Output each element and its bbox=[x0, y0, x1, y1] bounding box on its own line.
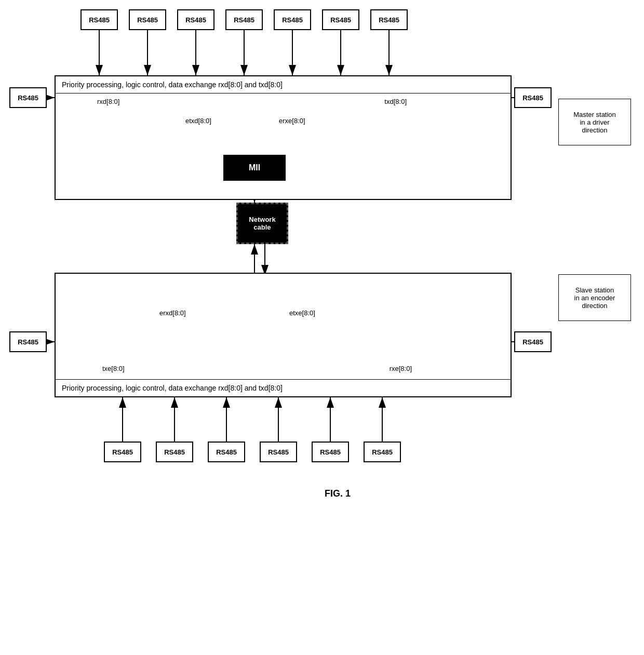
txd-label: txd[8:0] bbox=[384, 98, 407, 105]
left-rs485-top: RS485 bbox=[9, 87, 47, 108]
master-station-label: Master station in a driver direction bbox=[558, 99, 631, 145]
right-rs485-bottom: RS485 bbox=[514, 331, 552, 352]
etxd-label: etxd[8:0] bbox=[185, 117, 211, 125]
bottom-rs485-4: RS485 bbox=[260, 442, 297, 462]
slave-station-label: Slave station in an encoder direction bbox=[558, 274, 631, 321]
top-rs485-7: RS485 bbox=[370, 9, 408, 30]
right-rs485-top: RS485 bbox=[514, 87, 552, 108]
bottom-rs485-6: RS485 bbox=[364, 442, 401, 462]
figure-label: FIG. 1 bbox=[286, 488, 390, 499]
top-rs485-6: RS485 bbox=[322, 9, 359, 30]
diagram-container: RS485 RS485 RS485 RS485 RS485 RS485 RS48… bbox=[0, 0, 644, 623]
top-rs485-2: RS485 bbox=[129, 9, 166, 30]
master-block-signals: rxd[8:0] txd[8:0] bbox=[56, 93, 511, 99]
top-rs485-4: RS485 bbox=[225, 9, 263, 30]
rxd-label: rxd[8:0] bbox=[97, 98, 119, 105]
bottom-rs485-1: RS485 bbox=[104, 442, 141, 462]
txe-label: txe[8:0] bbox=[102, 365, 125, 372]
top-rs485-3: RS485 bbox=[177, 9, 214, 30]
etxe-label: etxe[8:0] bbox=[289, 309, 315, 317]
master-block-title: Priority processing, logic control, data… bbox=[56, 76, 511, 93]
slave-block: erxd[8:0] etxe[8:0] txe[8:0] rxe[8:0] Pr… bbox=[55, 273, 512, 397]
master-mii-block: MII bbox=[223, 155, 286, 181]
left-rs485-bottom: RS485 bbox=[9, 331, 47, 352]
slave-block-eth-signals: erxd[8:0] etxe[8:0] bbox=[56, 274, 511, 310]
top-rs485-5: RS485 bbox=[274, 9, 311, 30]
erxe-label: erxe[8:0] bbox=[279, 117, 305, 125]
bottom-rs485-3: RS485 bbox=[208, 442, 245, 462]
erxd-label: erxd[8:0] bbox=[159, 309, 186, 317]
rxe-label: rxe[8:0] bbox=[390, 365, 412, 372]
master-block: Priority processing, logic control, data… bbox=[55, 75, 512, 200]
slave-block-title: Priority processing, logic control, data… bbox=[56, 379, 511, 396]
bottom-rs485-2: RS485 bbox=[156, 442, 193, 462]
bottom-rs485-5: RS485 bbox=[312, 442, 349, 462]
network-cable-block: Network cable bbox=[236, 203, 288, 244]
top-rs485-1: RS485 bbox=[81, 9, 118, 30]
